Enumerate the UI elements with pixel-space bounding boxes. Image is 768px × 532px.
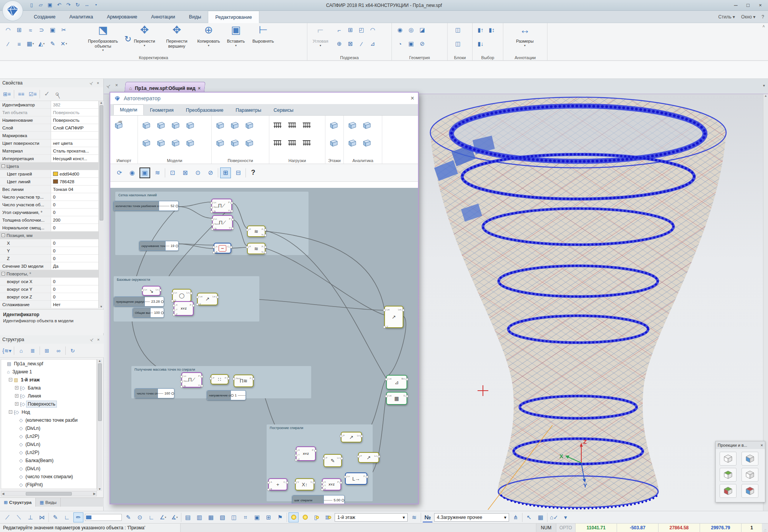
panel-tab-1[interactable]: ⊞Структура	[0, 498, 36, 507]
close-doc-icon[interactable]: ×	[115, 83, 118, 88]
function-node[interactable]: П⟋LnNumStPV	[212, 215, 233, 230]
output-port[interactable]	[340, 457, 343, 460]
property-value[interactable]: 0	[51, 256, 98, 261]
property-value[interactable]: Да	[51, 264, 98, 268]
pin-icon[interactable]: ⊥	[106, 83, 112, 89]
output-port[interactable]	[286, 481, 289, 484]
property-value[interactable]: 382	[51, 103, 98, 107]
autogen-model-icon[interactable]	[327, 117, 340, 133]
lamp-object-icon[interactable]: ▯	[312, 512, 322, 522]
autogen-tab-2[interactable]: Геометрия	[144, 105, 179, 115]
tool-icon[interactable]: ▮↕	[487, 25, 497, 35]
property-value[interactable]: 0	[51, 241, 98, 245]
output-port[interactable]	[216, 296, 219, 298]
output-port[interactable]	[227, 377, 230, 380]
tree-item[interactable]: ◇(DivLn)	[1, 440, 96, 448]
autogen-model-icon[interactable]	[271, 135, 284, 151]
property-value[interactable]: Слой САПФИР	[51, 126, 98, 130]
style-menu[interactable]: Стиль ▾	[718, 14, 735, 20]
function-node[interactable]: L→LnP	[345, 472, 367, 485]
function-node[interactable]: ✎PLn	[323, 454, 342, 467]
input-port[interactable]	[295, 459, 297, 461]
ribbon-collapse-icon[interactable]: ˄	[763, 24, 765, 28]
angle-icon[interactable]: ∟	[146, 512, 156, 522]
output-port[interactable]	[340, 481, 342, 484]
rotate-icon[interactable]: ↻	[123, 35, 133, 44]
autogen-model-icon[interactable]	[183, 135, 196, 151]
tree-expand-icon[interactable]: +	[15, 394, 18, 398]
function-node[interactable]: −ABC	[214, 243, 231, 254]
board9-icon[interactable]: ⚑	[275, 512, 285, 522]
slider-knob[interactable]	[161, 300, 164, 303]
board7-icon[interactable]: ▣	[252, 512, 262, 522]
function-node[interactable]: ↗PLn	[358, 452, 379, 463]
ortho-icon[interactable]: ∟	[62, 512, 72, 522]
property-value[interactable]: 0	[51, 287, 98, 292]
slider-knob[interactable]	[176, 205, 178, 207]
input-port[interactable]	[267, 481, 270, 484]
input-port[interactable]	[232, 378, 235, 380]
tool-icon[interactable]: ∕	[357, 39, 367, 48]
ungroup-view-icon[interactable]: ⊘	[205, 167, 216, 178]
input-port[interactable]	[171, 292, 174, 295]
tool-icon[interactable]: ✂	[59, 25, 69, 35]
input-port[interactable]	[295, 454, 297, 457]
output-port[interactable]	[313, 481, 315, 484]
apply-icon[interactable]: ✓	[42, 90, 51, 98]
input-port[interactable]	[212, 246, 215, 249]
autogen-model-icon[interactable]	[242, 117, 255, 133]
input-port[interactable]	[212, 251, 215, 254]
function-node[interactable]: ▦LstS	[386, 392, 407, 405]
output-port[interactable]	[378, 455, 380, 458]
output-port[interactable]	[314, 449, 317, 452]
tree-item[interactable]: +{◇Линия	[1, 392, 96, 400]
tool-icon[interactable]: ◰	[357, 25, 367, 35]
ribbon-button[interactable]: ↔Размеры▾	[509, 24, 540, 53]
output-port[interactable]	[201, 375, 203, 378]
property-value[interactable]: Поверхность	[51, 110, 98, 115]
autogen-tab-1[interactable]: Модели	[113, 104, 144, 115]
table-filter-icon[interactable]: ▦	[536, 512, 546, 522]
refresh-icon[interactable]: ⟳	[114, 167, 125, 178]
output-port[interactable]	[264, 229, 267, 231]
input-port[interactable]	[171, 300, 174, 302]
property-value[interactable]: Нет	[51, 302, 98, 307]
autogen-model-icon[interactable]	[228, 117, 241, 133]
image-icon[interactable]: ▣	[139, 167, 150, 178]
tree-item[interactable]: −{◇Нод	[1, 408, 96, 416]
search-icon[interactable]: ○╲	[54, 90, 63, 98]
autogen-model-icon[interactable]	[213, 135, 226, 151]
snap-point-icon[interactable]: ⟋	[2, 512, 12, 522]
tool-icon[interactable]: ▦▾	[25, 39, 35, 48]
function-node[interactable]: ≋PPN	[247, 243, 265, 254]
input-port[interactable]	[383, 326, 386, 328]
input-port[interactable]	[246, 229, 249, 231]
autogen-model-icon[interactable]	[242, 135, 255, 151]
tool-icon[interactable]: ⊃	[36, 25, 46, 35]
function-node[interactable]: XYZXYZP	[174, 301, 194, 316]
input-port[interactable]	[173, 309, 175, 312]
minimize-button[interactable]: ─	[730, 0, 742, 10]
tool-icon[interactable]: ⊠	[345, 39, 355, 48]
tree-expand-icon[interactable]: +	[15, 402, 18, 406]
view-front-icon[interactable]	[741, 452, 758, 466]
property-value[interactable]: 0	[51, 225, 98, 230]
autogen-tab-4[interactable]: Параметры	[229, 105, 267, 115]
autogenerator-titlebar[interactable]: Автогенератор ×	[110, 93, 418, 104]
function-node[interactable]: П⟋LnNumStPV	[211, 199, 232, 213]
slider-knob[interactable]	[161, 312, 164, 314]
measure-angle2-icon[interactable]: ∡▾	[169, 512, 179, 522]
tool-icon[interactable]: ⌐	[334, 25, 344, 35]
board6-icon[interactable]: ⌗	[241, 512, 250, 522]
input-port[interactable]	[321, 481, 323, 484]
property-value[interactable]: 0	[51, 195, 98, 199]
filter-icon[interactable]: {≋▾	[2, 346, 12, 355]
tool-icon[interactable]: ◭▾	[36, 39, 46, 48]
ribbon-button[interactable]: ✥Перенести вершину	[160, 24, 194, 53]
view-iso2-icon[interactable]	[741, 468, 758, 482]
node-canvas[interactable]: Сетка наклонных линийБазовые окружностиП…	[110, 188, 418, 504]
tool-icon[interactable]: ▮↑	[476, 25, 486, 35]
target-icon[interactable]: ⊙	[135, 512, 145, 522]
tree-item[interactable]: ◇(число точек спирали)	[1, 472, 96, 481]
autogen-model-icon[interactable]	[285, 135, 299, 151]
